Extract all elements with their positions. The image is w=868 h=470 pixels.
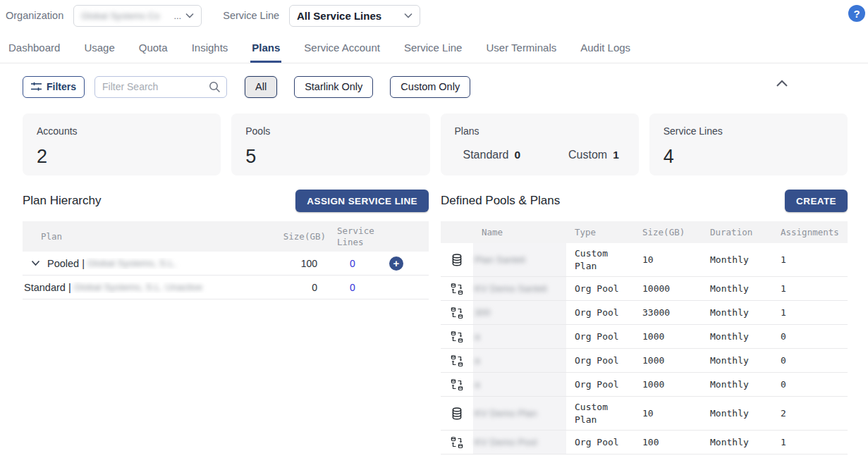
pools-label: Pools [245,125,415,137]
table-row[interactable]: 300 Org Pool 33000 Monthly 1 [441,301,848,325]
top-bar: Organization Global Systems Co ... Servi… [0,0,868,31]
assign-service-line-button[interactable]: ASSIGN SERVICE LINE [295,190,429,212]
pool-name-redacted: a [475,378,480,391]
filter-search-input[interactable] [102,81,209,92]
table-row[interactable]: KV Demo Santeli Org Pool 10000 Monthly 1 [441,277,848,301]
pool-assignments: 2 [772,403,848,424]
plan-row-org-redacted: Global Systems, S.L. [87,258,176,268]
pool-assignments: 1 [772,278,848,299]
pool-transfer-icon [441,374,473,395]
pool-assignments: 1 [772,302,848,323]
pool-transfer-icon [441,326,473,347]
plans-standard-label: Standard [463,149,509,161]
pool-name-redacted: Plan Santeli [475,254,525,266]
pool-assignments: 1 [772,249,848,271]
accounts-value: 2 [37,146,207,168]
plan-hierarchy-panel: Plan Hierarchy ASSIGN SERVICE LINE Plan … [23,190,429,299]
column-service-lines: Service Lines [329,221,389,252]
chevron-down-icon [404,13,412,18]
pool-type: Org Pool [566,302,634,323]
pool-transfer-icon [441,302,473,323]
table-row[interactable]: a Org Pool 1000 Monthly 0 [441,349,848,373]
column-type: Type [566,221,634,243]
pool-assignments: 0 [772,350,848,371]
table-row[interactable]: Plan Santeli Custom Plan 10 Monthly 1 [441,243,848,277]
pool-name-redacted: KV Demo Santeli [475,283,547,295]
defined-pools-header: Name Type Size(GB) Duration Assignments [441,221,848,243]
plans-label: Plans [455,125,625,137]
plan-row-size: 100 [265,258,329,269]
tab-insights[interactable]: Insights [190,33,230,63]
add-plan-button[interactable]: + [389,256,403,271]
pool-name-redacted: KV Demo Pool [475,436,537,449]
pool-duration: Monthly [702,249,772,271]
filters-button-label: Filters [47,81,76,92]
toggle-all[interactable]: All [245,76,277,98]
filter-toggle-group: All Starlink Only Custom Only [245,76,470,98]
tab-usage[interactable]: Usage [82,33,116,63]
table-row[interactable]: KV Demo Pool Org Pool 100 Monthly 1 [441,431,848,454]
chevron-up-icon[interactable] [776,80,788,87]
pool-name-redacted: KV Demo Plan [475,407,537,420]
pool-duration: Monthly [702,403,772,424]
pool-size: 33000 [634,302,702,323]
plan-hierarchy-table: Plan Size(GB) Service Lines Pooled | Glo… [23,221,429,299]
column-plan: Plan [23,225,265,247]
create-button[interactable]: CREATE [785,190,848,212]
plan-row-size: 0 [265,282,329,293]
service-lines-value: 4 [664,146,833,168]
pools-value: 5 [245,146,415,168]
column-duration: Duration [702,221,772,243]
toggle-custom-only[interactable]: Custom Only [390,76,470,98]
database-icon [441,403,473,424]
pool-type: Custom Plan [566,397,634,430]
tab-user-terminals[interactable]: User Terminals [484,33,558,63]
sliders-icon [31,82,42,92]
table-row: Pooled | Global Systems, S.L. 100 0 + [23,252,429,276]
pool-transfer-icon [441,278,473,299]
help-button[interactable]: ? [848,5,865,22]
organization-select[interactable]: Global Systems Co ... [73,5,202,27]
toggle-starlink-only[interactable]: Starlink Only [294,76,373,98]
nav-tabs: Dashboard Usage Quota Insights Plans Ser… [0,31,868,63]
service-line-label: Service Line [223,10,279,21]
filter-bar: Filters All Starlink Only Custom Only [23,75,868,98]
pool-duration: Monthly [702,302,772,323]
service-lines-card: Service Lines 4 [649,113,848,175]
tab-service-line[interactable]: Service Line [403,33,464,63]
expand-chevron-icon[interactable] [31,260,40,266]
pool-size: 10000 [634,278,702,299]
plans-custom: Custom1 [568,149,619,161]
plus-icon: + [393,257,400,269]
pool-duration: Monthly [702,326,772,347]
table-row[interactable]: a Org Pool 1000 Monthly 0 [441,325,848,349]
table-row[interactable]: KV Demo Plan Custom Plan 10 Monthly 2 [441,397,848,431]
service-line-select[interactable]: All Service Lines [289,5,420,27]
service-lines-link[interactable]: 0 [350,258,355,269]
pool-size: 10 [634,249,702,271]
help-icon: ? [853,8,860,20]
main-panels: Plan Hierarchy ASSIGN SERVICE LINE Plan … [23,190,848,454]
tab-quota[interactable]: Quota [137,33,169,63]
organization-ellipsis: ... [173,11,181,21]
service-lines-link[interactable]: 0 [350,282,355,293]
organization-label: Organization [6,10,63,21]
pool-duration: Monthly [702,374,772,395]
tab-audit-logs[interactable]: Audit Logs [579,33,632,63]
pool-name-redacted: a [475,330,480,343]
pools-card: Pools 5 [231,113,429,175]
pool-type: Custom Plan [566,243,634,276]
tab-dashboard[interactable]: Dashboard [7,33,61,63]
defined-pools-table: Name Type Size(GB) Duration Assignments [441,221,848,454]
tab-service-account[interactable]: Service Account [302,33,381,63]
table-row: Standard | Global Systems, S.L. Unactive… [23,276,429,299]
pool-type: Org Pool [566,278,634,299]
pool-duration: Monthly [702,432,772,453]
filters-button[interactable]: Filters [23,76,85,98]
pool-assignments: 0 [772,326,848,347]
plans-standard: Standard0 [463,149,521,161]
table-row[interactable]: a Org Pool 1000 Monthly 0 [441,373,848,397]
service-lines-label: Service Lines [664,125,833,137]
tab-plans[interactable]: Plans [250,33,281,63]
service-line-value: All Service Lines [297,10,381,22]
